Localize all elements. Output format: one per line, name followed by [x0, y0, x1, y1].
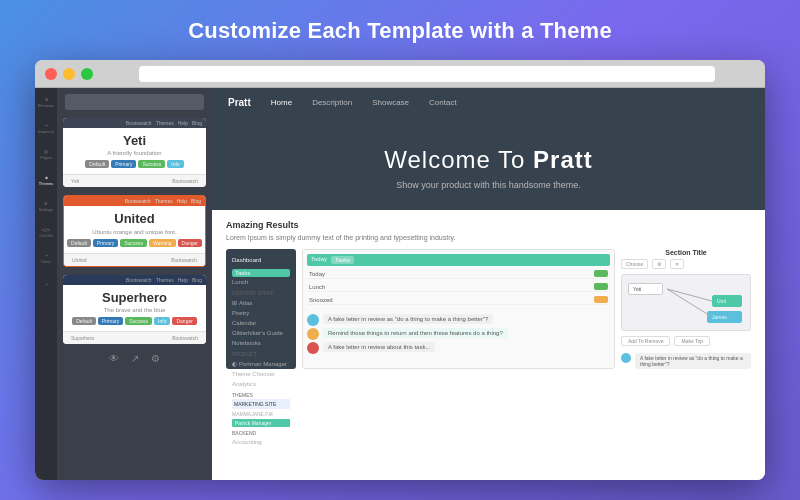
- tm-sidebar-mammajane[interactable]: MAMMAJANE.FM: [232, 409, 290, 419]
- tm-make-top-btn[interactable]: Make Top: [674, 336, 710, 346]
- sidebar-item-elements[interactable]: ⊞ Elements: [38, 94, 54, 110]
- tm-sidebar-calendar[interactable]: Calendar: [232, 318, 290, 328]
- browser-minimize-btn[interactable]: [63, 68, 75, 80]
- chat-section: A fake letter in review as "do a thing t…: [307, 314, 610, 354]
- tm-tab-tasks[interactable]: Tasks: [331, 256, 354, 264]
- template-card-body-yeti: Yeti A friendly foundation Default Prima…: [63, 128, 206, 174]
- tm-choose-btn[interactable]: Choose: [621, 259, 648, 269]
- yeti-btn-success[interactable]: Success: [138, 160, 165, 168]
- pratt-navbar: Pratt Home Description Showcase Contact: [212, 88, 765, 116]
- template-buttons-yeti: Default Primary Success Info: [71, 160, 198, 168]
- tm-controls: Choose ⚙ ✕: [621, 259, 751, 269]
- sidebar-item-inspector[interactable]: ✏ Inspector: [38, 120, 54, 136]
- united-btn-success[interactable]: Success: [120, 239, 147, 247]
- chat-row-2: Remind those things to return and then t…: [307, 328, 610, 340]
- tm-sidebar-accounting[interactable]: Accounting: [232, 437, 290, 447]
- tm-sidebar-item[interactable]: Tasks: [232, 269, 290, 277]
- yeti-btn-default[interactable]: Default: [85, 160, 109, 168]
- template-card-yeti[interactable]: Bootswatch Themes Help Blog Yeti A frien…: [63, 118, 206, 187]
- tm-options-btn[interactable]: ⚙: [652, 259, 666, 269]
- template-name-yeti: Yeti: [71, 134, 198, 148]
- superhero-btn-primary[interactable]: Primary: [98, 317, 123, 325]
- tm-section-title: Section Title: [621, 249, 751, 256]
- settings-icon[interactable]: ⚙: [151, 353, 160, 364]
- superhero-btn-info[interactable]: Info: [154, 317, 170, 325]
- united-btn-default[interactable]: Default: [67, 239, 91, 247]
- pratt-nav-description[interactable]: Description: [312, 98, 352, 107]
- template-footer-superhero: Superhero Bootswatch: [63, 331, 206, 344]
- eye-icon[interactable]: 👁: [109, 353, 119, 364]
- browser-titlebar: [35, 60, 765, 88]
- sidebar-item-share[interactable]: ↗: [38, 276, 54, 292]
- browser-addressbar[interactable]: [139, 66, 715, 82]
- pratt-brand: Pratt: [228, 97, 251, 108]
- pratt-nav-home[interactable]: Home: [271, 98, 292, 107]
- template-sidebar: Bootswatch Themes Help Blog Yeti A frien…: [57, 88, 212, 480]
- tm-tab-today[interactable]: Today: [311, 256, 327, 264]
- svg-line-1: [667, 289, 712, 317]
- template-footer-united: United Bootswatch: [64, 253, 205, 266]
- united-btn-warning[interactable]: Warning: [149, 239, 175, 247]
- sidebar-bottom-bar: 👁 ↗ ⚙: [57, 348, 212, 370]
- tm-sidebar-lunch[interactable]: Lunch: [232, 277, 290, 287]
- tm-close-btn[interactable]: ✕: [670, 259, 684, 269]
- superhero-btn-danger[interactable]: Danger: [172, 317, 196, 325]
- svg-line-0: [667, 289, 712, 301]
- united-btn-danger[interactable]: Danger: [178, 239, 202, 247]
- sidebar-item-code-editor[interactable]: </> Code Edit: [38, 224, 54, 240]
- tm-sidebar-portman[interactable]: ◐ Portman Manager: [232, 358, 290, 369]
- sidebar-item-pages[interactable]: ▤ Pages: [38, 146, 54, 162]
- chat-row-3: A fake letter in review about this task.…: [307, 342, 610, 354]
- chat-row-right-1: A fake letter in review as "do a thing t…: [621, 353, 751, 369]
- pratt-nav-showcase[interactable]: Showcase: [372, 98, 409, 107]
- browser-window: ⊞ Elements ✏ Inspector ▤ Pages ◈ Themes …: [35, 60, 765, 480]
- tm-sidebar-notebooks[interactable]: Notebooks: [232, 338, 290, 348]
- tm-sidebar: Dashboard Tasks Lunch Content Stuff ⊞ At…: [226, 249, 296, 369]
- tm-sidebar-poetry[interactable]: Poetry: [232, 308, 290, 318]
- template-card-united[interactable]: Bootswatch Themes Help Blog United Ubunt…: [63, 195, 206, 266]
- share-icon[interactable]: ↗: [131, 353, 139, 364]
- chat-bubble-right-1: A fake letter in review as "do a thing t…: [635, 353, 751, 369]
- tm-sidebar-glitter[interactable]: Glitterhiker's Guide: [232, 328, 290, 338]
- chat-bubble-2: Remind those things to return and then t…: [323, 328, 508, 338]
- tm-action-buttons: Add To Remove Make Top: [621, 336, 751, 346]
- pratt-hero-title: Welcome To Pratt: [232, 146, 745, 174]
- pratt-nav-contact[interactable]: Contact: [429, 98, 457, 107]
- united-btn-primary[interactable]: Primary: [93, 239, 118, 247]
- node-connections: [622, 275, 750, 330]
- sidebar-icon-rail: ⊞ Elements ✏ Inspector ▤ Pages ◈ Themes …: [35, 88, 57, 480]
- chat-avatar-2: [307, 328, 319, 340]
- tm-badge-today: [594, 270, 608, 277]
- superhero-btn-default[interactable]: Default: [72, 317, 96, 325]
- chat-bubble-3: A fake letter in review about this task.…: [323, 342, 435, 352]
- browser-close-btn[interactable]: [45, 68, 57, 80]
- task-manager-widget: Dashboard Tasks Lunch Content Stuff ⊞ At…: [226, 249, 751, 369]
- template-footer-yeti: Yeti Bootswatch: [63, 174, 206, 187]
- tm-sidebar-dashboard[interactable]: Dashboard: [232, 255, 290, 265]
- tm-sidebar-analytics[interactable]: Analytics: [232, 379, 290, 389]
- sidebar-search-area: [57, 88, 212, 114]
- template-card-header-yeti: Bootswatch Themes Help Blog: [63, 118, 206, 128]
- tm-task-lunch: Lunch: [307, 282, 610, 292]
- template-card-body-superhero: Superhero The brave and the blue Default…: [63, 285, 206, 331]
- template-name-united: United: [72, 212, 197, 226]
- browser-maximize-btn[interactable]: [81, 68, 93, 80]
- tm-sidebar-atlas[interactable]: ⊞ Atlas: [232, 297, 290, 308]
- tm-sidebar-marketing[interactable]: MARKETING SITE: [232, 399, 290, 409]
- sidebar-item-undo[interactable]: ↩ Undo: [38, 250, 54, 266]
- superhero-btn-success[interactable]: Success: [125, 317, 152, 325]
- search-input[interactable]: [65, 94, 204, 110]
- tm-tab-bar: Today Tasks: [307, 254, 610, 266]
- pratt-body: Amazing Results Lorem Ipsum is simply du…: [212, 210, 765, 480]
- sidebar-item-themes[interactable]: ◈ Themes: [38, 172, 54, 188]
- tm-separator-backend: Backend: [232, 427, 290, 437]
- tm-sidebar-theme[interactable]: Theme Chooser: [232, 369, 290, 379]
- template-desc-yeti: A friendly foundation: [71, 150, 198, 156]
- yeti-btn-primary[interactable]: Primary: [111, 160, 136, 168]
- sidebar-item-settings[interactable]: ⚙ Settings: [38, 198, 54, 214]
- tm-add-remove-btn[interactable]: Add To Remove: [621, 336, 670, 346]
- browser-body: ⊞ Elements ✏ Inspector ▤ Pages ◈ Themes …: [35, 88, 765, 480]
- template-card-superhero[interactable]: Bootswatch Themes Help Blog Superhero Th…: [63, 275, 206, 344]
- yeti-btn-info[interactable]: Info: [167, 160, 183, 168]
- tm-sidebar-patrick[interactable]: Patrick Manager: [232, 419, 290, 427]
